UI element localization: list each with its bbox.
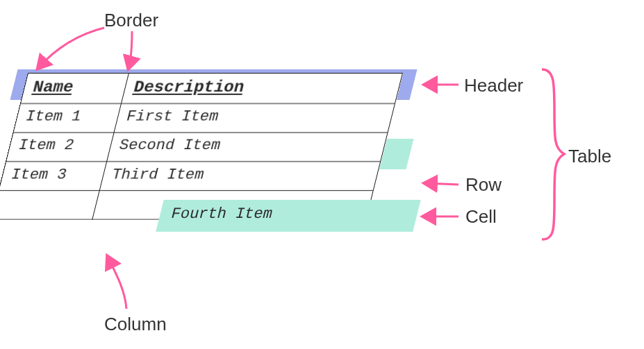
table: Name Description Item 1 First Item Item … — [0, 73, 403, 220]
header-name: Name — [20, 73, 129, 103]
cell-desc: Second Item — [107, 133, 388, 162]
table-row: Item 1 First Item — [13, 103, 395, 133]
header-row: Name Description — [20, 73, 402, 103]
table-row: Item 2 Second Item — [6, 133, 388, 162]
floating-cell: Fourth Item — [156, 200, 420, 232]
label-table: Table — [568, 146, 611, 167]
floating-cell-text: Fourth Item — [170, 205, 274, 223]
label-cell: Cell — [465, 206, 497, 228]
label-header: Header — [464, 75, 523, 96]
label-border: Border — [104, 10, 158, 31]
label-row: Row — [465, 174, 502, 196]
arrow-column-icon — [108, 257, 126, 309]
cell-desc: Third Item — [99, 162, 380, 191]
annotated-table: Name Description Item 1 First Item Item … — [0, 73, 403, 220]
cell-name — [0, 191, 99, 220]
brace-table-icon — [542, 69, 564, 239]
table-head: Name Description — [20, 73, 402, 103]
cell-desc: First Item — [114, 103, 395, 133]
arrow-border-left-icon — [38, 28, 104, 68]
cell-name: Item 3 — [0, 162, 107, 191]
arrow-border-right-icon — [129, 31, 132, 68]
cell-name: Item 2 — [6, 133, 114, 162]
diagram-stage: Name Description Item 1 First Item Item … — [0, 0, 644, 349]
header-description: Description — [121, 73, 402, 103]
table-row: Item 3 Third Item — [0, 162, 381, 191]
label-column: Column — [104, 314, 167, 335]
cell-name: Item 1 — [13, 103, 121, 133]
arrow-row-icon — [425, 183, 459, 185]
